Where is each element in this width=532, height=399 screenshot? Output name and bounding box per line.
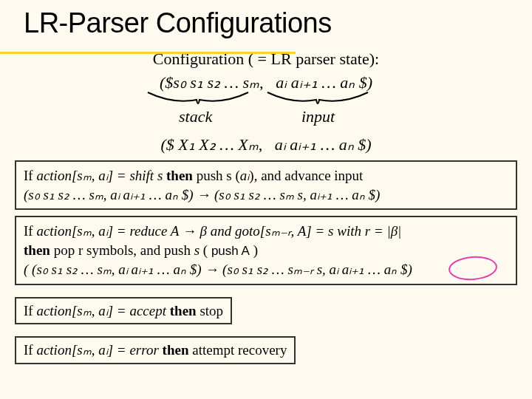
title-underline xyxy=(0,52,296,54)
cfg2-right: aᵢ aᵢ₊₁ … aₙ $) xyxy=(275,135,372,154)
error-box: If action[sₘ, aᵢ] = error then attempt r… xyxy=(15,336,296,364)
cfg-stack: ($s₀ s₁ s₂ … sₘ, xyxy=(160,73,264,92)
page-title: LR-Parser Configurations xyxy=(24,7,520,39)
brace-row: stack input xyxy=(12,92,532,128)
cfg-input: aᵢ aᵢ₊₁ … aₙ $) xyxy=(276,73,372,92)
brace-right-label: input xyxy=(301,107,335,126)
brace-left-icon xyxy=(146,91,250,107)
config-tuple-2: ($ X₁ X₂ … Xₘ, aᵢ aᵢ₊₁ … aₙ $) xyxy=(12,135,520,154)
accept-box: If action[sₘ, aᵢ] = accept then stop xyxy=(15,297,232,325)
shift-box: If action[sₘ, aᵢ] = shift s then push s … xyxy=(15,160,517,210)
reduce-line2: then pop r symbols, and push s ( push A … xyxy=(24,241,508,260)
reduce-line3: ( (s₀ s₁ s₂ … sₘ, aᵢ aᵢ₊₁ … aₙ $) → (s₀ … xyxy=(24,260,508,279)
shift-line2: (s₀ s₁ s₂ … sₘ, aᵢ aᵢ₊₁ … aₙ $) → (s₀ s₁… xyxy=(24,185,508,205)
brace-left-label: stack xyxy=(179,107,212,126)
shift-line1: If action[sₘ, aᵢ] = shift s then push s … xyxy=(24,166,508,185)
brace-right-icon xyxy=(266,91,369,107)
config-tuple: ($s₀ s₁ s₂ … sₘ, aᵢ aᵢ₊₁ … aₙ $) xyxy=(12,73,520,92)
reduce-box: If action[sₘ, aᵢ] = reduce A → β and got… xyxy=(15,216,517,284)
cfg2-left: ($ X₁ X₂ … Xₘ, xyxy=(160,135,262,154)
reduce-line1: If action[sₘ, aᵢ] = reduce A → β and got… xyxy=(24,222,508,241)
